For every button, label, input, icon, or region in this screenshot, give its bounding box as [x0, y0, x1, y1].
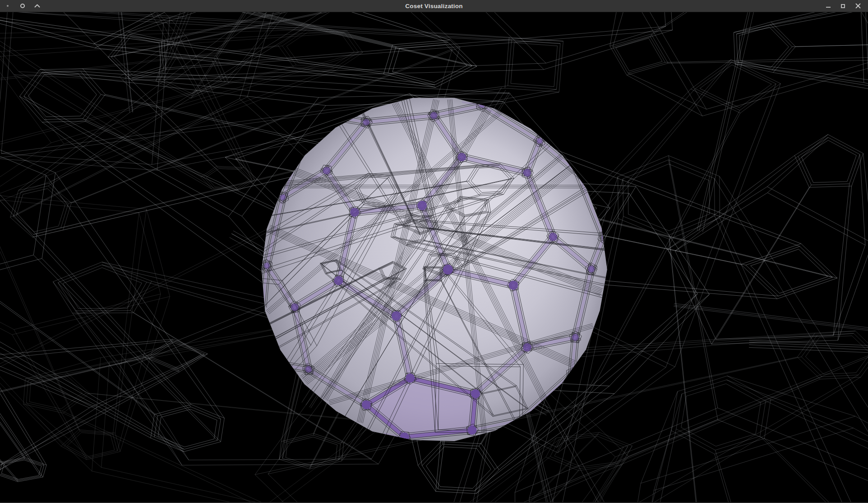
chevron-up-icon: [34, 4, 40, 8]
expand-chevron-button[interactable]: [30, 0, 45, 12]
record-circle-button[interactable]: [15, 0, 30, 12]
circle-icon: [20, 4, 25, 8]
viewport: [0, 12, 868, 502]
close-icon: [855, 3, 861, 9]
close-button[interactable]: [850, 0, 865, 12]
titlebar[interactable]: Coset Visualization: [0, 0, 868, 12]
minimize-button[interactable]: [821, 0, 836, 12]
titlebar-left-controls: [0, 0, 45, 12]
dot-indicator-icon[interactable]: [0, 0, 15, 12]
coset-visualization-window: Coset Visualization: [0, 0, 868, 503]
minimize-icon: [826, 7, 831, 8]
titlebar-right-controls: [821, 0, 865, 12]
window-title: Coset Visualization: [0, 0, 868, 12]
maximize-icon: [841, 4, 845, 8]
coset-3d-canvas[interactable]: [0, 12, 868, 502]
dot-icon: [7, 5, 9, 7]
maximize-button[interactable]: [836, 0, 850, 12]
